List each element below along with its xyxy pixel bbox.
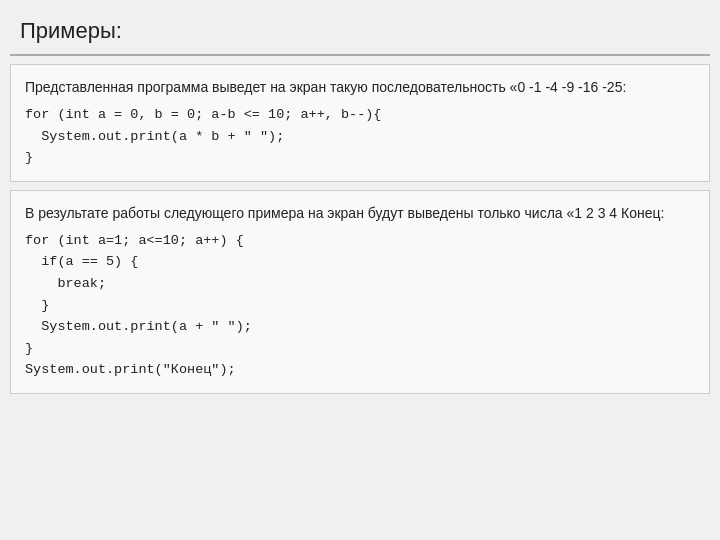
description-2: В результате работы следующего примера н… bbox=[25, 203, 695, 224]
code-2: for (int a=1; a<=10; a++) { if(a == 5) {… bbox=[25, 230, 695, 381]
example-block-2: В результате работы следующего примера н… bbox=[10, 190, 710, 394]
example-block-1: Представленная программа выведет на экра… bbox=[10, 64, 710, 182]
description-1: Представленная программа выведет на экра… bbox=[25, 77, 695, 98]
page-title: Примеры: bbox=[10, 10, 710, 56]
code-1: for (int a = 0, b = 0; a-b <= 10; a++, b… bbox=[25, 104, 695, 169]
